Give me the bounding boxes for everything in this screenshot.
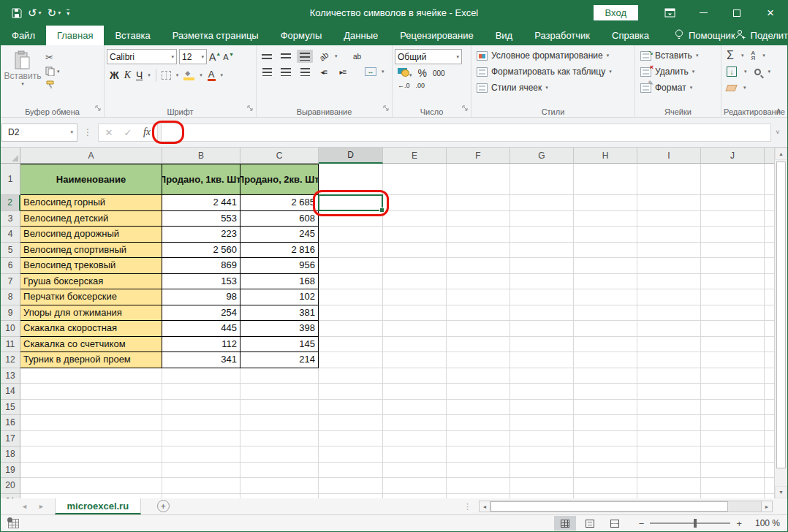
cell-E16[interactable] (383, 415, 447, 431)
cell-C6[interactable]: 956 (240, 258, 319, 274)
cell-D3[interactable] (319, 211, 383, 227)
cell-H2[interactable] (574, 195, 637, 211)
assistant-button[interactable]: Помощник (675, 26, 735, 45)
cell-J6[interactable] (701, 258, 765, 274)
column-header-H[interactable]: H (574, 148, 637, 164)
font-color-button[interactable]: А (208, 69, 216, 81)
row-header-11[interactable]: 11 (1, 337, 20, 353)
cell-A13[interactable] (20, 368, 162, 384)
cell-H5[interactable] (574, 243, 637, 259)
cell-B1[interactable]: Продано, 1кв. Шт. (162, 164, 240, 195)
cell-A8[interactable]: Перчатки боксерские (20, 289, 162, 305)
cell-J17[interactable] (701, 431, 765, 447)
cell-H4[interactable] (574, 227, 637, 243)
page-break-view-button[interactable] (604, 516, 626, 531)
cell-G4[interactable] (510, 227, 574, 243)
increase-decimal-button[interactable]: ←.0 (398, 83, 410, 88)
vertical-scrollbar[interactable]: ▲ ▼ (774, 148, 787, 498)
cell-A14[interactable] (20, 384, 162, 400)
number-format-combo[interactable]: Общий▾ (395, 49, 462, 64)
paste-button[interactable]: Вставить ▾ (3, 48, 42, 89)
cell-A2[interactable]: Велосипед горный (20, 195, 162, 211)
underline-button[interactable]: Ч (136, 69, 143, 81)
fill-color-button[interactable] (183, 71, 194, 80)
cell-C16[interactable] (240, 415, 319, 431)
cell-I10[interactable] (637, 321, 701, 337)
find-select-button[interactable] (754, 69, 761, 75)
cell-C8[interactable]: 102 (240, 289, 319, 305)
align-left-button[interactable] (259, 65, 275, 78)
cell-F16[interactable] (447, 415, 510, 431)
clear-button[interactable] (725, 85, 737, 91)
cell-A15[interactable] (20, 400, 162, 416)
cell-B16[interactable] (162, 415, 240, 431)
cell-I20[interactable] (637, 478, 701, 494)
cell-I9[interactable] (637, 305, 701, 322)
borders-button[interactable] (162, 71, 171, 80)
cell-C5[interactable]: 2 816 (240, 243, 319, 259)
column-header-B[interactable]: B (162, 148, 240, 164)
cell-E10[interactable] (383, 321, 447, 337)
row-header-15[interactable]: 15 (1, 400, 20, 416)
cell-F9[interactable] (447, 305, 510, 322)
column-header-G[interactable]: G (510, 148, 574, 164)
save-icon[interactable] (10, 8, 24, 18)
customize-qat-button[interactable]: ▾ (64, 10, 72, 17)
row-header-14[interactable]: 14 (1, 384, 20, 400)
wrap-text-button[interactable]: ab (349, 50, 365, 63)
align-right-button[interactable] (297, 65, 313, 78)
column-header-A[interactable]: A (20, 148, 162, 164)
number-dialog-launcher[interactable] (461, 102, 469, 115)
new-sheet-button[interactable]: + (157, 500, 170, 512)
scroll-down-arrow[interactable]: ▼ (775, 486, 787, 498)
cell-G9[interactable] (510, 305, 574, 322)
tab-4[interactable]: Формулы (270, 26, 333, 45)
cell-F3[interactable] (447, 211, 510, 227)
column-header-D[interactable]: D (319, 148, 383, 164)
autosum-button[interactable]: Σ (727, 49, 734, 62)
fill-button[interactable]: ↓ (727, 66, 737, 77)
cell-H16[interactable] (574, 415, 637, 431)
normal-view-button[interactable] (554, 516, 576, 531)
cell-G13[interactable] (510, 368, 574, 384)
cell-E14[interactable] (383, 384, 447, 400)
cell-I4[interactable] (637, 227, 701, 243)
cell-B12[interactable]: 341 (162, 352, 240, 368)
cell-C2[interactable]: 2 685 (240, 195, 319, 211)
cell-G5[interactable] (510, 243, 574, 259)
cell-C10[interactable]: 398 (240, 321, 319, 337)
cell-I14[interactable] (637, 384, 701, 400)
cell-C19[interactable] (240, 463, 319, 479)
cell-H6[interactable] (574, 258, 637, 274)
cell-I8[interactable] (637, 289, 701, 305)
row-header-2[interactable]: 2 (1, 195, 20, 211)
clipboard-dialog-launcher[interactable] (94, 102, 102, 115)
cell-G14[interactable] (510, 384, 574, 400)
zoom-slider[interactable] (650, 522, 730, 524)
decrease-indent-button[interactable]: ◂≡ (316, 65, 332, 78)
cell-G20[interactable] (510, 478, 574, 494)
cell-C14[interactable] (240, 384, 319, 400)
cell-C12[interactable]: 214 (240, 352, 319, 368)
close-button[interactable]: × (754, 0, 787, 26)
align-center-button[interactable] (278, 65, 294, 78)
cell-D14[interactable] (319, 384, 383, 400)
styles-items-2[interactable]: Стили ячеек▾ (474, 80, 632, 96)
cell-F5[interactable] (447, 243, 510, 259)
cell-J10[interactable] (701, 321, 765, 337)
cell-H20[interactable] (574, 478, 637, 494)
cell-E12[interactable] (383, 352, 447, 368)
alignment-dialog-launcher[interactable] (382, 102, 390, 115)
shrink-font-button[interactable]: A▲ (223, 53, 233, 61)
cell-G8[interactable] (510, 289, 574, 305)
cell-J18[interactable] (701, 446, 765, 463)
cell-A1[interactable]: Наименование (20, 164, 162, 195)
cell-C11[interactable]: 145 (240, 337, 319, 353)
cell-H10[interactable] (574, 321, 637, 337)
font-name-combo[interactable]: Calibri▾ (107, 49, 177, 64)
zoom-in-button[interactable]: + (736, 518, 742, 529)
column-header-I[interactable]: I (637, 148, 701, 164)
tab-5[interactable]: Данные (333, 26, 389, 45)
cell-J8[interactable] (701, 289, 765, 305)
cell-D5[interactable] (319, 243, 383, 259)
